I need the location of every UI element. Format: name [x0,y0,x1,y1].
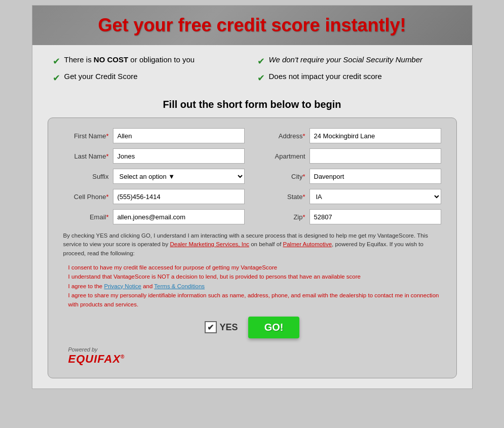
cell-phone-label: Cell Phone* [63,193,109,201]
cell-phone-row: Cell Phone* [63,189,245,204]
page-wrapper: Get your free credit score instantly! ✔ … [32,5,473,389]
yes-checkbox[interactable]: ✔ [205,321,217,333]
first-name-row: First Name* [63,128,245,143]
email-row: Email* [63,209,245,224]
equifax-logo: EQUIFAX® [68,353,441,366]
first-name-input[interactable] [113,128,245,143]
dealer-marketing-link[interactable]: Dealer Marketing Services, Inc [170,241,249,247]
zip-row: Zip* [260,209,441,224]
check-icon-1: ✔ [53,56,60,67]
email-label: Email* [63,213,109,221]
check-icon-3: ✔ [53,72,60,84]
powered-by-label: Powered by [68,346,441,353]
apartment-input[interactable] [309,148,441,164]
benefit-text-3: Get your Credit Score [64,72,138,81]
privacy-notice-link[interactable]: Privacy Notice [104,283,141,289]
right-column: Address* Apartment City* [260,128,441,224]
left-column: First Name* Last Name* Suffix Select an … [63,128,245,224]
state-select[interactable]: IA AL AK AZ [309,189,441,204]
cell-phone-input[interactable] [113,189,245,204]
benefit-no-ssn: ✔ We don't require your Social Security … [257,55,452,67]
address-label: Address* [260,132,305,140]
benefit-text-4: Does not impact your credit score [269,72,382,81]
last-name-label: Last Name* [63,152,109,160]
yes-checkbox-wrapper[interactable]: ✔ YES [205,321,238,333]
go-button[interactable]: GO! [248,317,300,338]
email-input[interactable] [113,209,245,224]
form-container: First Name* Last Name* Suffix Select an … [48,118,457,378]
powered-by: Powered by EQUIFAX® [63,346,441,366]
consent-item-4: I agree to share my personally identifia… [68,291,441,309]
consent-item-2: I understand that VantageScore is NOT a … [68,272,441,281]
benefit-text-2: We don't require your Social Security Nu… [269,55,423,64]
check-icon-4: ✔ [257,72,265,84]
city-label: City* [260,173,305,180]
apartment-label: Apartment [260,152,305,160]
last-name-row: Last Name* [63,148,245,164]
suffix-select[interactable]: Select an option ▼ Jr Sr II III [113,169,245,184]
address-row: Address* [260,128,441,143]
first-name-label: First Name* [63,132,109,140]
terms-conditions-link[interactable]: Terms & Conditions [154,283,205,289]
action-row: ✔ YES GO! [63,317,441,338]
yes-label: YES [220,322,238,333]
benefit-no-cost: ✔ There is NO COST or obligation to you [53,55,247,67]
apartment-row: Apartment [260,148,441,164]
disclaimer-text: By checking YES and clicking GO, I under… [63,231,441,258]
suffix-row: Suffix Select an option ▼ Jr Sr II III [63,169,245,184]
consent-item-3: I agree to the Privacy Notice and Terms … [68,282,441,291]
consent-list: I consent to have my credit file accesse… [68,263,441,309]
form-grid: First Name* Last Name* Suffix Select an … [63,128,441,224]
benefit-no-impact: ✔ Does not impact your credit score [257,72,452,84]
last-name-input[interactable] [113,148,245,164]
zip-label: Zip* [260,213,305,221]
page-title: Get your free credit score instantly! [48,15,457,36]
state-label: State* [260,193,305,201]
address-input[interactable] [309,128,441,143]
form-title: Fill out the short form below to begin [32,94,472,118]
benefit-credit-score: ✔ Get your Credit Score [53,72,247,84]
benefits-section: ✔ There is NO COST or obligation to you … [32,45,472,94]
city-input[interactable] [309,169,441,184]
benefit-text-1: There is NO COST or obligation to you [64,55,195,64]
city-row: City* [260,169,441,184]
consent-item-1: I consent to have my credit file accesse… [68,263,441,272]
palmer-automotive-link[interactable]: Palmer Automotive [283,241,332,247]
header-banner: Get your free credit score instantly! [32,6,472,45]
suffix-label: Suffix [63,173,109,180]
check-icon-2: ✔ [257,56,265,67]
state-row: State* IA AL AK AZ [260,189,441,204]
zip-input[interactable] [309,209,441,224]
checkbox-check-icon: ✔ [207,323,214,332]
